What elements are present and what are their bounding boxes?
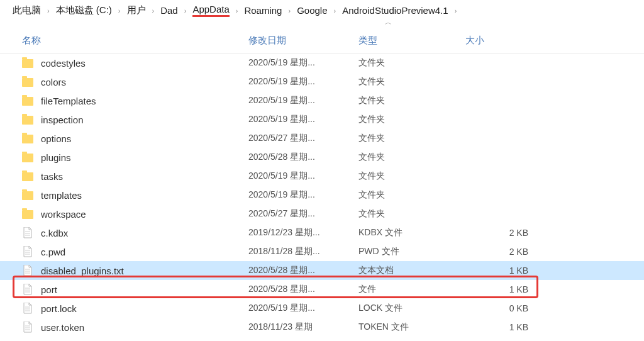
folder-row[interactable]: workspace2020/5/27 星期...文件夹 bbox=[0, 204, 644, 223]
type-cell: TOKEN 文件 bbox=[358, 321, 465, 333]
date-cell: 2020/5/19 星期... bbox=[248, 170, 358, 182]
folder-icon bbox=[22, 191, 33, 200]
name-cell: plugins bbox=[0, 152, 248, 163]
sort-indicator: ︿ bbox=[132, 18, 644, 27]
type-cell: 文本文档 bbox=[358, 265, 465, 276]
folder-row[interactable]: fileTemplates2020/5/19 星期...文件夹 bbox=[0, 91, 644, 110]
folder-row[interactable]: plugins2020/5/28 星期...文件夹 bbox=[0, 148, 644, 167]
file-name: colors bbox=[41, 77, 66, 87]
breadcrumb-item[interactable]: AndroidStudioPreview4.1 bbox=[342, 5, 448, 16]
name-cell: workspace bbox=[0, 209, 248, 220]
chevron-right-icon: › bbox=[152, 7, 155, 14]
breadcrumb-item[interactable]: 用户 bbox=[127, 4, 146, 16]
column-headers: 名称 修改日期 类型 大小 bbox=[0, 27, 644, 53]
breadcrumb-item[interactable]: AppData bbox=[192, 4, 229, 17]
date-cell: 2019/12/23 星期... bbox=[248, 227, 358, 238]
folder-icon bbox=[22, 210, 33, 219]
size-cell: 1 KB bbox=[465, 322, 541, 332]
type-cell: 文件夹 bbox=[358, 76, 465, 87]
file-name: tasks bbox=[41, 171, 63, 182]
file-icon bbox=[22, 303, 33, 314]
date-cell: 2018/11/23 星期 bbox=[248, 321, 358, 333]
name-cell: tasks bbox=[0, 171, 248, 182]
date-cell: 2018/11/28 星期... bbox=[248, 246, 358, 257]
folder-icon bbox=[22, 97, 33, 106]
date-cell: 2020/5/28 星期... bbox=[248, 152, 358, 163]
file-row[interactable]: user.token2018/11/23 星期TOKEN 文件1 KB bbox=[0, 318, 644, 337]
chevron-right-icon: › bbox=[184, 7, 187, 14]
date-cell: 2020/5/28 星期... bbox=[248, 265, 358, 276]
folder-row[interactable]: inspection2020/5/19 星期...文件夹 bbox=[0, 110, 644, 129]
header-name[interactable]: 名称 bbox=[0, 35, 248, 47]
date-cell: 2020/5/19 星期... bbox=[248, 76, 358, 87]
folder-icon bbox=[22, 154, 33, 162]
file-name: templates bbox=[41, 190, 82, 201]
file-name: plugins bbox=[41, 152, 71, 163]
name-cell: templates bbox=[0, 190, 248, 201]
name-cell: inspection bbox=[0, 115, 248, 125]
file-name: port bbox=[41, 284, 57, 295]
date-cell: 2020/5/19 星期... bbox=[248, 303, 358, 314]
folder-icon bbox=[22, 59, 33, 68]
folder-row[interactable]: codestyles2020/5/19 星期...文件夹 bbox=[0, 53, 644, 72]
file-row[interactable]: c.kdbx2019/12/23 星期...KDBX 文件2 KB bbox=[0, 223, 644, 242]
type-cell: 文件夹 bbox=[358, 208, 465, 220]
type-cell: LOCK 文件 bbox=[358, 303, 465, 314]
breadcrumb-item[interactable]: Dad bbox=[160, 5, 178, 16]
breadcrumb-item[interactable]: 此电脑 bbox=[13, 4, 41, 16]
name-cell: port.lock bbox=[0, 303, 248, 314]
folder-row[interactable]: templates2020/5/19 星期...文件夹 bbox=[0, 186, 644, 204]
file-name: c.kdbx bbox=[41, 228, 68, 238]
file-name: workspace bbox=[41, 209, 86, 220]
breadcrumb-item[interactable]: Roaming bbox=[244, 5, 282, 16]
file-row[interactable]: c.pwd2018/11/28 星期...PWD 文件2 KB bbox=[0, 242, 644, 261]
file-icon bbox=[22, 284, 33, 295]
folder-icon bbox=[22, 78, 33, 87]
date-cell: 2020/5/19 星期... bbox=[248, 57, 358, 69]
file-name: c.pwd bbox=[41, 247, 65, 257]
name-cell: user.token bbox=[0, 321, 248, 333]
type-cell: 文件夹 bbox=[358, 189, 465, 201]
header-type[interactable]: 类型 bbox=[358, 35, 465, 47]
file-name: options bbox=[41, 133, 71, 144]
date-cell: 2020/5/19 星期... bbox=[248, 95, 358, 106]
file-row[interactable]: port.lock2020/5/19 星期...LOCK 文件0 KB bbox=[0, 299, 644, 318]
name-cell: codestyles bbox=[0, 58, 248, 69]
file-row[interactable]: disabled_plugins.txt2020/5/28 星期...文本文档1… bbox=[0, 261, 644, 280]
folder-row[interactable]: colors2020/5/19 星期...文件夹 bbox=[0, 72, 644, 91]
file-row[interactable]: port2020/5/28 星期...文件1 KB bbox=[0, 280, 644, 299]
date-cell: 2020/5/28 星期... bbox=[248, 284, 358, 295]
folder-icon bbox=[22, 172, 33, 181]
type-cell: 文件夹 bbox=[358, 95, 465, 106]
chevron-right-icon: › bbox=[455, 7, 457, 14]
file-icon bbox=[22, 321, 33, 333]
file-name: user.token bbox=[41, 322, 84, 333]
folder-icon bbox=[22, 135, 33, 143]
file-name: port.lock bbox=[41, 303, 77, 314]
chevron-right-icon: › bbox=[334, 7, 336, 14]
date-cell: 2020/5/19 星期... bbox=[248, 114, 358, 125]
type-cell: 文件 bbox=[358, 284, 465, 295]
header-size[interactable]: 大小 bbox=[465, 35, 541, 47]
type-cell: 文件夹 bbox=[358, 133, 465, 144]
folder-icon bbox=[22, 116, 33, 125]
folder-row[interactable]: options2020/5/27 星期...文件夹 bbox=[0, 129, 644, 148]
file-name: disabled_plugins.txt bbox=[41, 266, 124, 276]
date-cell: 2020/5/27 星期... bbox=[248, 133, 358, 144]
name-cell: fileTemplates bbox=[0, 96, 248, 106]
breadcrumb-item[interactable]: 本地磁盘 (C:) bbox=[56, 4, 112, 16]
file-list: codestyles2020/5/19 星期...文件夹colors2020/5… bbox=[0, 53, 644, 337]
type-cell: 文件夹 bbox=[358, 114, 465, 125]
header-date[interactable]: 修改日期 bbox=[248, 35, 358, 47]
breadcrumb[interactable]: 此电脑›本地磁盘 (C:)›用户›Dad›AppData›Roaming›Goo… bbox=[0, 0, 644, 19]
name-cell: disabled_plugins.txt bbox=[0, 265, 248, 276]
breadcrumb-item[interactable]: Google bbox=[297, 5, 327, 16]
folder-row[interactable]: tasks2020/5/19 星期...文件夹 bbox=[0, 167, 644, 186]
size-cell: 1 KB bbox=[465, 284, 541, 294]
type-cell: 文件夹 bbox=[358, 57, 465, 69]
chevron-right-icon: › bbox=[236, 7, 238, 14]
type-cell: PWD 文件 bbox=[358, 246, 465, 257]
file-name: codestyles bbox=[41, 58, 86, 69]
file-icon bbox=[22, 246, 33, 257]
file-icon bbox=[22, 265, 33, 276]
